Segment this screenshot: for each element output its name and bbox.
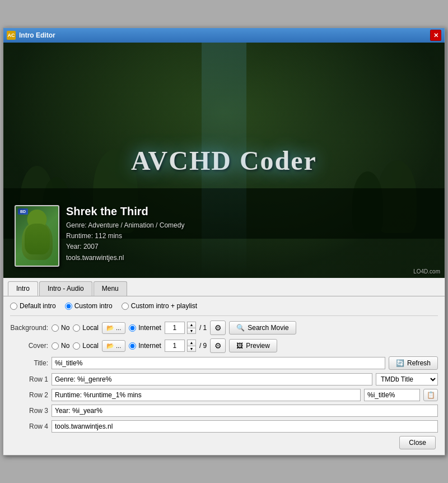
background-options: No Local 📂 ... Internet ▲	[52, 322, 207, 334]
movie-details: Shrek the Third Genre: Adventure / Anima…	[66, 205, 184, 263]
movie-cover: BD	[15, 205, 59, 267]
bg-spinbox-arrows: ▲ ▼	[187, 322, 196, 334]
tab-menu[interactable]: Menu	[94, 281, 127, 296]
refresh-button[interactable]: 🔄 Refresh	[389, 356, 438, 370]
title-row: Title: 🔄 Refresh	[10, 356, 438, 370]
cover-local-option[interactable]: Local	[73, 342, 99, 350]
app-icon: AC	[7, 31, 16, 40]
row1-dropdown[interactable]: TMDb Title TMDb Year TMDb Genre TMDb Run…	[376, 373, 438, 386]
bg-spinbox-input[interactable]	[165, 322, 185, 334]
bg-internet-option[interactable]: Internet	[129, 324, 161, 332]
row3-input[interactable]	[52, 405, 438, 417]
folder-icon: 📂	[106, 324, 114, 332]
bg-local-option[interactable]: Local	[73, 324, 99, 332]
cover-local-radio[interactable]	[73, 342, 80, 350]
bg-local-radio[interactable]	[73, 324, 80, 332]
gear-icon: ⚙	[214, 323, 222, 332]
tab-intro-audio[interactable]: Intro - Audio	[39, 281, 92, 296]
cover-spinbox-arrows: ▲ ▼	[187, 340, 196, 352]
movie-runtime: Runtime: 112 mins	[66, 231, 184, 242]
window-close-button[interactable]: ✕	[430, 30, 441, 41]
row4-form-row: Row 4	[10, 420, 438, 433]
search-movie-label: Search Movie	[248, 324, 288, 332]
bg-internet-radio[interactable]	[129, 324, 136, 332]
bg-internet-label: Internet	[138, 324, 161, 332]
title-label: Title:	[10, 359, 48, 367]
cover-internet-label: Internet	[138, 342, 161, 350]
radio-default-intro-input[interactable]	[10, 303, 17, 310]
bg-no-label: No	[61, 324, 69, 332]
cover-image	[22, 221, 53, 260]
refresh-label: Refresh	[407, 359, 431, 367]
bg-no-radio[interactable]	[52, 324, 59, 332]
cover-spin-down[interactable]: ▼	[188, 346, 195, 352]
row3-label: Row 3	[10, 407, 48, 415]
preview-area: AVCHD Coder BD Shrek the Third Genre: Ad…	[3, 43, 445, 278]
cover-folder-label: ...	[116, 342, 121, 349]
radio-default-intro[interactable]: Default intro	[10, 302, 56, 310]
cover-label: Cover:	[10, 342, 48, 350]
bg-settings-button[interactable]: ⚙	[210, 321, 226, 335]
bg-folder-label: ...	[116, 324, 121, 331]
preview-button[interactable]: 🖼 Preview	[229, 339, 277, 352]
cover-spinbox-input[interactable]	[165, 340, 185, 352]
radio-custom-intro-label: Custom intro	[74, 302, 113, 310]
cover-internet-radio[interactable]	[129, 342, 136, 350]
row1-label: Row 1	[10, 375, 48, 383]
cover-no-option[interactable]: No	[52, 342, 69, 350]
movie-meta: Genre: Adventure / Animation / Comedy Ru…	[66, 220, 184, 263]
radio-default-intro-label: Default intro	[20, 302, 56, 310]
bg-spinbox: ▲ ▼	[165, 322, 196, 334]
folder-icon-2: 📂	[106, 342, 114, 350]
radio-custom-intro[interactable]: Custom intro	[65, 302, 113, 310]
bg-spin-down[interactable]: ▼	[188, 328, 195, 334]
radio-custom-intro-input[interactable]	[65, 303, 72, 310]
watermark: LO4D.com	[413, 268, 440, 275]
cover-no-label: No	[61, 342, 69, 350]
background-row: Background: No Local 📂 ... Internet	[10, 321, 438, 335]
row4-label: Row 4	[10, 422, 48, 430]
content-area: Default intro Custom intro Custom intro …	[3, 296, 445, 455]
window-title: Intro Editor	[19, 31, 55, 39]
radio-custom-playlist[interactable]: Custom intro + playlist	[122, 302, 197, 310]
cover-no-radio[interactable]	[52, 342, 59, 350]
movie-year: Year: 2007	[66, 242, 184, 252]
row3-form-row: Row 3	[10, 405, 438, 417]
preview-label: Preview	[246, 342, 270, 350]
avchd-logo: AVCHD Coder	[131, 145, 317, 176]
bg-spin-up[interactable]: ▲	[188, 322, 195, 328]
radio-custom-playlist-input[interactable]	[122, 303, 129, 310]
row4-input[interactable]	[52, 420, 438, 433]
row1-form-row: Row 1 TMDb Title TMDb Year TMDb Genre TM…	[10, 373, 438, 386]
title-input[interactable]	[52, 357, 385, 369]
bg-folder-button[interactable]: 📂 ...	[102, 322, 125, 334]
radio-custom-playlist-label: Custom intro + playlist	[131, 302, 197, 310]
search-icon: 🔍	[236, 324, 245, 332]
cover-folder-button[interactable]: 📂 ...	[102, 340, 125, 352]
movie-info-overlay: BD Shrek the Third Genre: Adventure / An…	[15, 205, 184, 267]
intro-type-row: Default intro Custom intro Custom intro …	[10, 302, 438, 310]
tabs-bar: Intro Intro - Audio Menu	[3, 278, 445, 296]
cover-local-label: Local	[82, 342, 99, 350]
cover-spin-up[interactable]: ▲	[188, 340, 195, 346]
background-label: Background:	[10, 324, 48, 332]
tab-intro[interactable]: Intro	[8, 281, 38, 296]
bg-no-option[interactable]: No	[52, 324, 69, 332]
row2-extra-input[interactable]	[364, 389, 420, 401]
row2-form-row: Row 2 📋	[10, 389, 438, 401]
movie-title-display: Shrek the Third	[66, 205, 184, 218]
cover-row: Cover: No Local 📂 ... Internet	[10, 338, 438, 353]
close-button[interactable]: Close	[399, 436, 436, 449]
cover-options: No Local 📂 ... Internet ▲	[52, 340, 207, 352]
copy-icon: 📋	[427, 391, 435, 399]
row1-input[interactable]	[52, 373, 372, 386]
search-movie-button[interactable]: 🔍 Search Movie	[229, 321, 296, 335]
row2-input[interactable]	[52, 389, 361, 401]
preview-icon: 🖼	[236, 342, 243, 350]
cover-settings-button[interactable]: ⚙	[210, 338, 226, 353]
row2-label: Row 2	[10, 391, 48, 399]
row2-copy-button[interactable]: 📋	[423, 389, 438, 401]
main-window: AC Intro Editor ✕ AVCHD Coder BD	[3, 27, 445, 456]
cover-internet-option[interactable]: Internet	[129, 342, 161, 350]
movie-genre: Genre: Adventure / Animation / Comedy	[66, 220, 184, 231]
